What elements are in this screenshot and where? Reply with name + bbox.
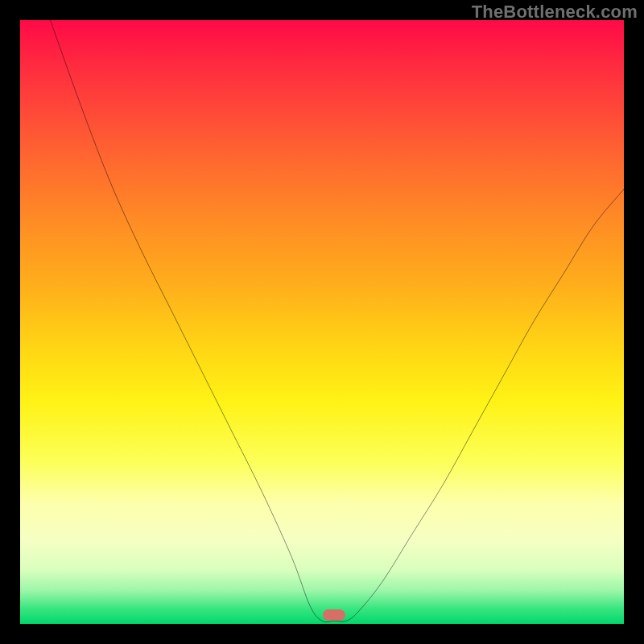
bottleneck-curve bbox=[20, 20, 624, 624]
curve-path bbox=[51, 20, 625, 622]
chart-frame: TheBottleneck.com bbox=[0, 0, 644, 644]
watermark-text: TheBottleneck.com bbox=[472, 2, 638, 23]
plot-area bbox=[20, 20, 624, 624]
optimal-marker bbox=[323, 609, 345, 621]
